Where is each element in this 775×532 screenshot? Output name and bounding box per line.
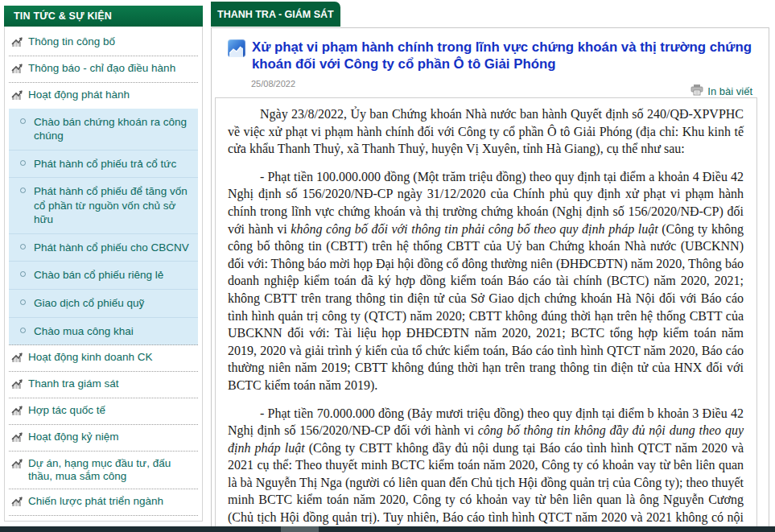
submenu-item-chao-mua-cong-khai[interactable]: Chào mua công khai xyxy=(9,318,198,345)
chart-up-icon xyxy=(11,36,23,51)
chart-up-icon xyxy=(11,405,23,419)
submenu-item-label: Chào mua công khai xyxy=(34,324,134,339)
submenu-item-label: Phát hành cổ phiếu để tăng vốn cổ phần t… xyxy=(34,184,193,227)
circle-bullet-icon xyxy=(20,188,26,193)
submenu-item-label: Phát hành cổ phiếu cho CBCNV xyxy=(34,241,189,255)
sidebar-item-hoat-dong-phat-hanh[interactable]: Hoạt động phát hành xyxy=(9,83,198,109)
chart-up-icon xyxy=(11,352,23,366)
sidebar-item-chien-luoc-phat-trien[interactable]: Chiến lược phát triển ngành xyxy=(9,489,198,516)
chart-up-icon xyxy=(11,89,23,104)
sidebar-item-label: Hợp tác quốc tế xyxy=(28,404,105,418)
violation-italic-text: không công bố đối với thông tin phải côn… xyxy=(291,222,658,236)
sidebar-item-thong-tin-cong-bo[interactable]: Thông tin công bố xyxy=(9,30,198,56)
tab-thanh-tra-giam-sat[interactable]: THANH TRA - GIÁM SÁT xyxy=(211,2,340,27)
submenu-item-phat-hanh-cp-tra-co-tuc[interactable]: Phát hành cổ phiếu trả cổ tức xyxy=(9,151,198,179)
sidebar-item-label: Thông tin công bố xyxy=(28,35,115,49)
chart-up-icon xyxy=(11,431,23,446)
article-title: Xử phạt vi phạm hành chính trong lĩnh vự… xyxy=(252,39,752,73)
circle-bullet-icon xyxy=(20,328,26,333)
sidebar-item-label: Chiến lược phát triển ngành xyxy=(28,495,163,509)
submenu-hoat-dong-phat-hanh: Chào bán chứng khoán ra công chúng Phát … xyxy=(9,109,198,345)
sidebar-news-events: TIN TỨC & SỰ KIỆN Thông tin công bố Thôn… xyxy=(4,6,203,522)
article-panel: Xử phạt vi phạm hành chính trong lĩnh vự… xyxy=(211,27,769,527)
sidebar-item-du-an-dau-tu[interactable]: Dự án, hạng mục đầu tư, đấu thầu, mua sắ… xyxy=(9,452,198,490)
paragraph-text: (Công ty không công bố thông tin (CBTT) … xyxy=(228,222,744,392)
article-title-row: Xử phạt vi phạm hành chính trong lĩnh vự… xyxy=(212,28,769,73)
sidebar-title: TIN TỨC & SỰ KIỆN xyxy=(4,6,203,27)
sidebar-item-hoat-dong-ky-niem[interactable]: Hoạt động kỷ niệm xyxy=(9,425,198,452)
sidebar-item-label: Thông báo - chỉ đạo điều hành xyxy=(28,62,175,76)
footer-bar xyxy=(0,526,775,532)
main-content: THANH TRA - GIÁM SÁT Xử phạt vi phạm hàn… xyxy=(211,2,769,526)
circle-bullet-icon xyxy=(20,299,26,305)
chart-up-icon xyxy=(11,378,23,393)
submenu-item-giao-dich-cp-quy[interactable]: Giao dịch cổ phiếu quỹ xyxy=(9,290,198,318)
submenu-item-label: Phát hành cổ phiếu trả cổ tức xyxy=(34,157,176,171)
circle-bullet-icon xyxy=(20,271,26,277)
submenu-item-phat-hanh-cp-cbcnv[interactable]: Phát hành cổ phiếu cho CBCNV xyxy=(9,234,198,262)
print-article-link[interactable]: In bài viết xyxy=(690,85,752,98)
sidebar-item-label: Hoạt động kỷ niệm xyxy=(28,431,119,444)
submenu-item-phat-hanh-cp-tang-von[interactable]: Phát hành cổ phiếu để tăng vốn cổ phần t… xyxy=(9,178,198,234)
submenu-item-label: Chào bán chứng khoán ra công chúng xyxy=(34,115,193,143)
chart-up-icon xyxy=(11,496,23,510)
sidebar-item-thong-bao-chi-dao[interactable]: Thông báo - chỉ đạo điều hành xyxy=(9,56,198,83)
submenu-item-chao-ban-cp-rieng-le[interactable]: Chào bán cổ phiếu riêng lẻ xyxy=(9,262,198,290)
print-label: In bài viết xyxy=(707,85,752,97)
chart-up-icon xyxy=(11,63,23,77)
paragraph-fine-100m: - Phạt tiền 100.000.000 đồng (Một trăm t… xyxy=(228,168,744,394)
footer-accent-segment xyxy=(281,526,319,532)
sidebar-menu: Thông tin công bố Thông báo - chỉ đạo đi… xyxy=(4,27,203,522)
submenu-item-chao-ban-ck-ra-cong-chung[interactable]: Chào bán chứng khoán ra công chúng xyxy=(9,109,198,151)
sidebar-item-label: Hoạt động phát hành xyxy=(28,89,130,102)
paragraph-text: Ngày 23/8/2022, Ủy ban Chứng khoán Nhà n… xyxy=(228,107,744,155)
article-body: Ngày 23/8/2022, Ủy ban Chứng khoán Nhà n… xyxy=(216,98,756,532)
sidebar-item-hoat-dong-kinh-doanh-ck[interactable]: Hoạt động kinh doanh CK xyxy=(9,345,198,372)
submenu-item-label: Chào bán cổ phiếu riêng lẻ xyxy=(34,268,163,282)
sidebar-item-label: Dự án, hạng mục đầu tư, đấu thầu, mua sắ… xyxy=(28,457,196,485)
paragraph-intro: Ngày 23/8/2022, Ủy ban Chứng khoán Nhà n… xyxy=(228,105,744,158)
paragraph-fine-70m: - Phạt tiền 70.000.000 đồng (Bảy mươi tr… xyxy=(228,405,744,532)
sidebar-item-label: Hoạt động kinh doanh CK xyxy=(28,351,153,365)
submenu-item-label: Giao dịch cổ phiếu quỹ xyxy=(34,296,144,311)
circle-bullet-icon xyxy=(20,118,26,124)
article-frame: Ngày 23/8/2022, Ủy ban Chứng khoán Nhà n… xyxy=(215,97,757,526)
printer-icon xyxy=(690,85,703,98)
sidebar-item-hop-tac-quoc-te[interactable]: Hợp tác quốc tế xyxy=(9,398,198,425)
paragraph-text: (Công ty CBTT không đầy đủ nội dung tại … xyxy=(228,441,744,532)
sidebar-item-label: Thanh tra giám sát xyxy=(28,377,119,391)
circle-bullet-icon xyxy=(20,244,26,250)
chart-area-icon xyxy=(228,39,245,57)
chart-up-icon xyxy=(11,458,23,472)
circle-bullet-icon xyxy=(20,160,26,166)
sidebar-item-thanh-tra-giam-sat[interactable]: Thanh tra giám sát xyxy=(9,372,198,398)
